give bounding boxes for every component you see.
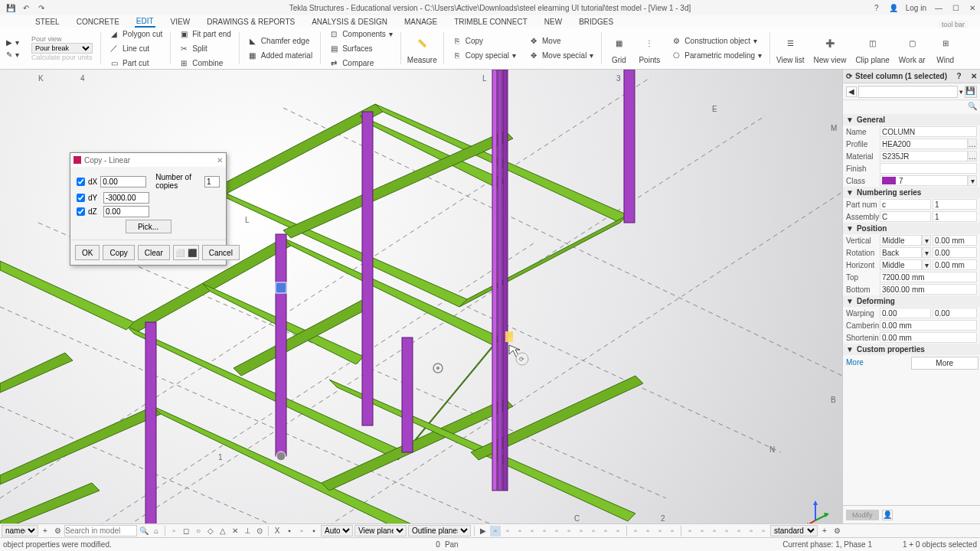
close-icon[interactable]: ✕ — [971, 72, 977, 80]
sel-19[interactable]: ▫ — [721, 526, 732, 536]
camberin-field[interactable]: 0.00 mm — [880, 320, 977, 331]
snap-7[interactable]: ⊥ — [242, 526, 253, 536]
standard-select[interactable]: standard — [770, 525, 818, 536]
more-link[interactable]: More — [844, 357, 911, 370]
toggle-group[interactable]: ⬜⬛ — [173, 245, 199, 260]
copy-button-dlg[interactable]: Copy — [103, 245, 134, 260]
profile-field[interactable]: HEA200 — [880, 139, 968, 149]
tab-trimble[interactable]: TRIMBLE CONNECT — [452, 17, 529, 27]
combine-button[interactable]: ⊞Combine — [175, 56, 234, 70]
dx-input[interactable] — [100, 176, 146, 187]
sel-11[interactable]: ▫ — [612, 526, 623, 536]
parametric-modeling-button[interactable]: ⎔Parametric modeling▾ — [668, 49, 765, 63]
sel-8[interactable]: ▫ — [576, 526, 586, 536]
class-dropdown[interactable]: ▾ — [968, 175, 977, 186]
class-field[interactable]: 7 — [880, 175, 968, 186]
sel-7[interactable]: ▫ — [564, 526, 574, 536]
bottom-field[interactable]: 3600.00 mm — [880, 284, 977, 295]
sel-16[interactable]: ▫ — [684, 526, 695, 536]
search-home-icon[interactable]: ⌂ — [151, 526, 162, 536]
copies-input[interactable] — [204, 176, 220, 187]
dy-input[interactable] — [103, 192, 149, 204]
filter-settings-icon[interactable]: ⚙ — [52, 526, 63, 536]
surfaces-button[interactable]: ▤Surfaces — [325, 41, 396, 55]
window-button[interactable]: ⊞Wind — [930, 31, 961, 66]
help-icon[interactable]: ? — [872, 3, 881, 12]
partnum-start[interactable]: 1 — [933, 199, 977, 210]
sel-15[interactable]: ▫ — [667, 526, 678, 536]
sel-10[interactable]: ▫ — [600, 526, 611, 536]
line-cut-button[interactable]: ／Line cut — [106, 41, 165, 55]
snap-4[interactable]: ◇ — [205, 526, 216, 536]
search-icon[interactable]: 🔍 — [139, 526, 149, 536]
dz-input[interactable] — [103, 206, 149, 217]
outline-planes-select[interactable]: Outline planes — [408, 525, 471, 536]
pick-button[interactable]: Pick... — [126, 220, 172, 233]
sel-add[interactable]: + — [819, 526, 830, 536]
minimize-icon[interactable]: — — [934, 3, 943, 12]
edit-tool[interactable]: ✎▾ — [3, 49, 22, 60]
named-select[interactable]: named — [2, 525, 38, 536]
move-button[interactable]: ✥Move — [525, 34, 596, 48]
sel-14[interactable]: ▫ — [655, 526, 665, 536]
clip-plane-button[interactable]: ◫Clip plane — [851, 31, 893, 66]
compare-button[interactable]: ⇄Compare — [325, 56, 396, 70]
snap-11[interactable]: ▪ — [309, 526, 319, 536]
redo-icon[interactable]: ↷ — [37, 3, 46, 12]
section-numbering[interactable]: ▼Numbering series — [843, 187, 980, 198]
cancel-button[interactable]: Cancel — [202, 245, 240, 260]
sel-12[interactable]: ▫ — [630, 526, 641, 536]
dialog-titlebar[interactable]: Copy - Linear ✕ — [70, 153, 226, 167]
horizontal-dd[interactable]: ▾ — [922, 259, 931, 270]
view-list-button[interactable]: ☰View list — [772, 31, 809, 66]
chamfer-edge-button[interactable]: ◣Chamfer edge — [244, 34, 315, 48]
shortenin-field[interactable]: 0.00 mm — [880, 332, 977, 343]
maximize-icon[interactable]: ☐ — [951, 3, 960, 12]
construction-object-button[interactable]: ⚙Construction object▾ — [668, 34, 765, 48]
dy-checkbox[interactable] — [77, 194, 85, 202]
finish-field[interactable] — [880, 163, 977, 174]
sel-17[interactable]: ▫ — [697, 526, 707, 536]
section-deforming[interactable]: ▼Deforming — [843, 295, 980, 307]
sel-1[interactable]: ▫ — [490, 526, 501, 536]
tab-drawings[interactable]: DRAWINGS & REPORTS — [205, 17, 296, 27]
clear-button[interactable]: Clear — [138, 245, 170, 260]
lock-icon[interactable]: 👤 — [882, 510, 893, 520]
assembly-start[interactable]: 1 — [933, 211, 977, 222]
save-icon[interactable]: 💾 — [6, 3, 15, 12]
sel-3[interactable]: ▫ — [514, 526, 525, 536]
snap-1[interactable]: ▫ — [168, 526, 179, 536]
dz-checkbox[interactable] — [77, 207, 85, 216]
dialog-close-icon[interactable]: ✕ — [217, 156, 223, 165]
vertical-offset[interactable]: 0.00 mm — [933, 235, 977, 246]
save-preset-button[interactable]: 💾 — [965, 86, 977, 98]
snap-2[interactable]: ◻ — [181, 526, 191, 536]
snap-10[interactable]: ▫ — [296, 526, 307, 536]
search-model-input[interactable] — [64, 525, 137, 536]
section-general[interactable]: ▼General — [843, 114, 980, 126]
preset-combo[interactable] — [858, 86, 958, 98]
sel-22[interactable]: ▫ — [758, 526, 769, 536]
copy-special-button[interactable]: ⎘Copy special▾ — [449, 49, 519, 63]
components-button[interactable]: ⊡Components▾ — [325, 27, 396, 41]
undo-icon[interactable]: ↶ — [21, 3, 31, 12]
tab-concrete[interactable]: CONCRETE — [75, 17, 121, 27]
points-button[interactable]: ⋮Points — [634, 31, 665, 66]
new-view-button[interactable]: ➕New view — [809, 31, 851, 66]
snap-8[interactable]: ⊙ — [254, 526, 265, 536]
help-icon[interactable]: ? — [956, 72, 961, 80]
partnum-prefix[interactable]: c — [880, 199, 931, 210]
snap-9[interactable]: ▪ — [284, 526, 295, 536]
sel-cursor[interactable]: ▶ — [478, 526, 488, 536]
work-area-button[interactable]: ▢Work ar — [894, 31, 930, 66]
sel-6[interactable]: ▫ — [551, 526, 562, 536]
section-custom[interactable]: ▼Custom properties — [843, 344, 980, 355]
warping-field1[interactable]: 0.00 — [880, 308, 931, 318]
rotation-offset[interactable]: 0.00 — [933, 247, 977, 258]
tab-analysis[interactable]: ANALYSIS & DESIGN — [310, 17, 389, 27]
sel-20[interactable]: ▫ — [733, 526, 744, 536]
view-plane-select[interactable]: View plane — [354, 525, 407, 536]
filter-add-icon[interactable]: + — [40, 526, 51, 536]
tab-new[interactable]: NEW — [543, 17, 564, 27]
split-button[interactable]: ✂Split — [175, 41, 234, 55]
